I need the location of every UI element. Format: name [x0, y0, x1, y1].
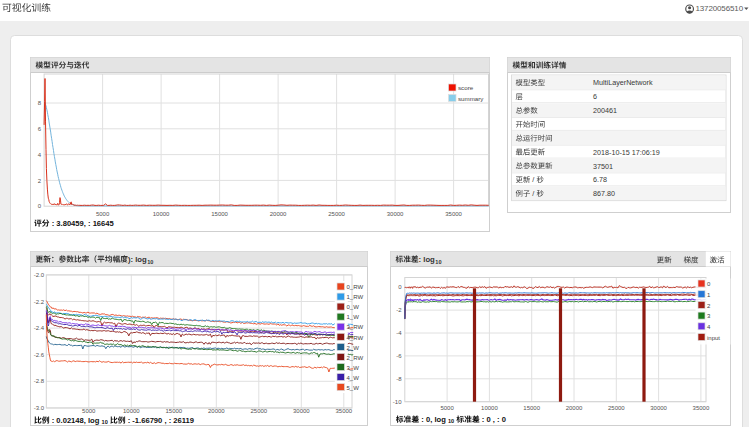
svg-text:/: /: [530, 175, 536, 184]
svg-text:4_W: 4_W: [347, 375, 360, 381]
svg-text:-10: -10: [393, 399, 402, 405]
svg-text:25000: 25000: [608, 405, 625, 411]
svg-text:15000: 15000: [523, 405, 540, 411]
svg-text:-3.0: -3.0: [34, 405, 45, 411]
svg-text:20000: 20000: [270, 211, 287, 217]
svg-text:-2.4: -2.4: [34, 325, 45, 331]
svg-text:15000: 15000: [165, 408, 182, 414]
svg-text:-2: -2: [396, 307, 402, 313]
svg-text:0_RW: 0_RW: [347, 284, 364, 290]
svg-text:6.78: 6.78: [593, 175, 607, 184]
svg-text:10000: 10000: [123, 408, 140, 414]
svg-text:1_RW: 1_RW: [347, 294, 364, 300]
svg-text:30000: 30000: [650, 405, 667, 411]
svg-text:30000: 30000: [387, 211, 404, 217]
svg-text:10000: 10000: [153, 211, 170, 217]
svg-text:3_W: 3_W: [347, 365, 360, 371]
svg-text:-6: -6: [396, 353, 402, 359]
svg-text:): log: ): log: [128, 255, 147, 264]
svg-text:0_W: 0_W: [347, 304, 360, 310]
svg-text:3_RW: 3_RW: [347, 324, 364, 330]
svg-text:25000: 25000: [250, 408, 267, 414]
svg-text:: 0.02148, log: : 0.02148, log: [50, 416, 102, 425]
svg-text:2_RW: 2_RW: [347, 355, 364, 361]
svg-text:-2.2: -2.2: [34, 299, 45, 305]
svg-text:2018-10-15 17:06:19: 2018-10-15 17:06:19: [593, 148, 660, 157]
svg-text:score: score: [458, 84, 474, 91]
svg-text:: 3.80459, : 16645: : 3.80459, : 16645: [50, 219, 115, 228]
svg-text:10: 10: [102, 419, 108, 425]
svg-text:35000: 35000: [335, 408, 352, 414]
svg-text:input: input: [707, 335, 720, 341]
svg-text:37501: 37501: [593, 162, 613, 171]
svg-text:15000: 15000: [211, 211, 228, 217]
svg-text:5000: 5000: [440, 405, 454, 411]
svg-text:-4: -4: [396, 330, 402, 336]
svg-text:20000: 20000: [208, 408, 225, 414]
svg-text:35000: 35000: [693, 405, 710, 411]
svg-text:20000: 20000: [566, 405, 583, 411]
svg-text:: 0, log: : 0, log: [419, 415, 448, 424]
svg-text:10000: 10000: [481, 405, 498, 411]
svg-text:: log: : log: [419, 255, 436, 264]
svg-text:4_RW: 4_RW: [347, 335, 364, 341]
svg-text:5000: 5000: [96, 211, 110, 217]
svg-text:200461: 200461: [593, 106, 617, 115]
svg-text:: 0 , : 0: : 0 , : 0: [480, 415, 506, 424]
svg-text:1_W: 1_W: [347, 314, 360, 320]
svg-text:2_W: 2_W: [347, 345, 360, 351]
svg-text:: -1.66790 , : 26119: : -1.66790 , : 26119: [126, 416, 194, 425]
svg-text:5000: 5000: [82, 408, 96, 414]
svg-text:10: 10: [435, 259, 441, 265]
svg-text:13720056510: 13720056510: [695, 4, 743, 13]
svg-text:-8: -8: [396, 376, 402, 382]
svg-text:25000: 25000: [328, 211, 345, 217]
svg-text:-2.8: -2.8: [34, 378, 45, 384]
svg-text:/: /: [530, 189, 536, 198]
svg-text:35000: 35000: [445, 211, 462, 217]
svg-text:6: 6: [593, 92, 597, 101]
svg-text:-2.6: -2.6: [34, 352, 45, 358]
svg-text:5_W: 5_W: [347, 385, 360, 391]
svg-text:10: 10: [147, 259, 153, 265]
svg-text:-2.0: -2.0: [34, 272, 45, 278]
svg-text:30000: 30000: [293, 408, 310, 414]
svg-text:10: 10: [448, 418, 454, 424]
svg-text:summary: summary: [458, 95, 484, 102]
svg-text:867.80: 867.80: [593, 189, 615, 198]
svg-text:MultiLayerNetwork: MultiLayerNetwork: [593, 78, 653, 87]
